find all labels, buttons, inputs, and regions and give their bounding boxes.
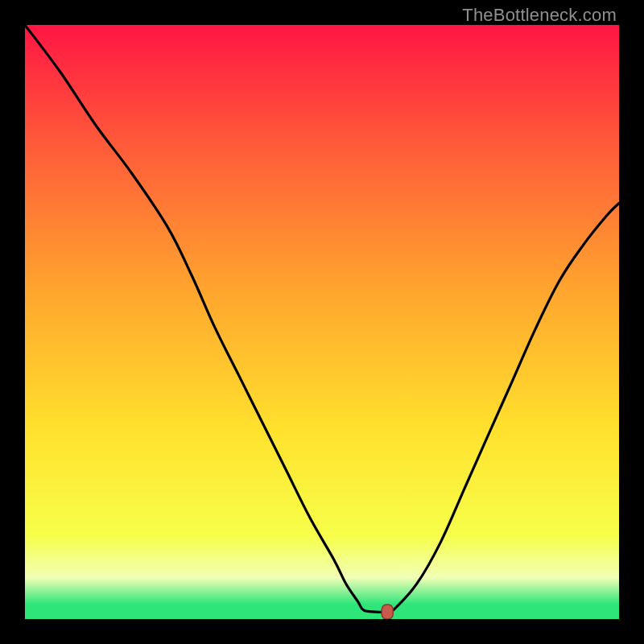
chart-svg — [25, 25, 619, 619]
chart-frame: TheBottleneck.com — [0, 0, 644, 644]
gradient-background — [25, 25, 619, 619]
plot-area — [25, 25, 619, 619]
watermark-text: TheBottleneck.com — [462, 5, 617, 26]
optimal-marker — [382, 605, 393, 619]
